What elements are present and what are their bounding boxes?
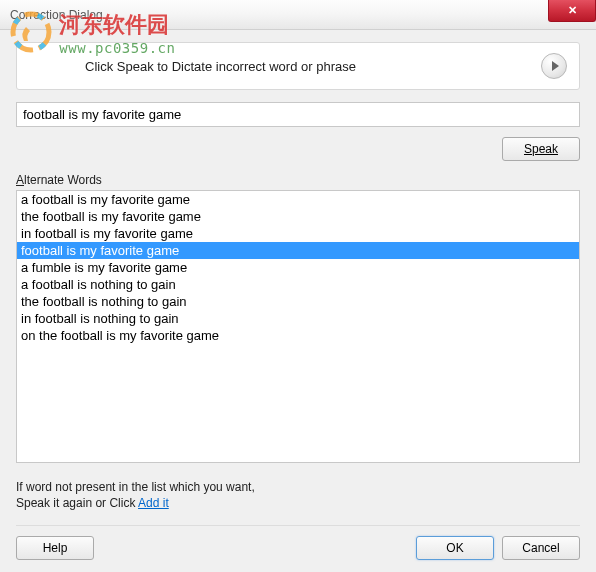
add-it-link[interactable]: Add it: [138, 496, 169, 510]
speak-button[interactable]: Speak: [502, 137, 580, 161]
instruction-panel: Click Speak to Dictate incorrect word or…: [16, 42, 580, 90]
alternates-listbox[interactable]: a football is my favorite gamethe footba…: [16, 190, 580, 463]
alternates-label: Alternate Words: [16, 173, 580, 187]
help-button[interactable]: Help: [16, 536, 94, 560]
close-button[interactable]: ✕: [548, 0, 596, 22]
ok-button[interactable]: OK: [416, 536, 494, 560]
close-icon: ✕: [568, 4, 577, 17]
list-item[interactable]: on the football is my favorite game: [17, 327, 579, 344]
titlebar: Correction Dialog ✕: [0, 0, 596, 30]
correction-input[interactable]: [16, 102, 580, 127]
list-item[interactable]: football is my favorite game: [17, 242, 579, 259]
cancel-button[interactable]: Cancel: [502, 536, 580, 560]
instruction-text: Click Speak to Dictate incorrect word or…: [29, 59, 541, 74]
list-item[interactable]: in football is my favorite game: [17, 225, 579, 242]
play-button[interactable]: [541, 53, 567, 79]
dialog-content: Click Speak to Dictate incorrect word or…: [0, 30, 596, 572]
list-item[interactable]: a fumble is my favorite game: [17, 259, 579, 276]
list-item[interactable]: the football is my favorite game: [17, 208, 579, 225]
footer-text: If word not present in the list which yo…: [16, 479, 580, 511]
list-item[interactable]: the football is nothing to gain: [17, 293, 579, 310]
window-title: Correction Dialog: [10, 8, 103, 22]
list-item[interactable]: in football is nothing to gain: [17, 310, 579, 327]
button-row: Help OK Cancel: [16, 525, 580, 560]
list-item[interactable]: a football is my favorite game: [17, 191, 579, 208]
list-item[interactable]: a football is nothing to gain: [17, 276, 579, 293]
